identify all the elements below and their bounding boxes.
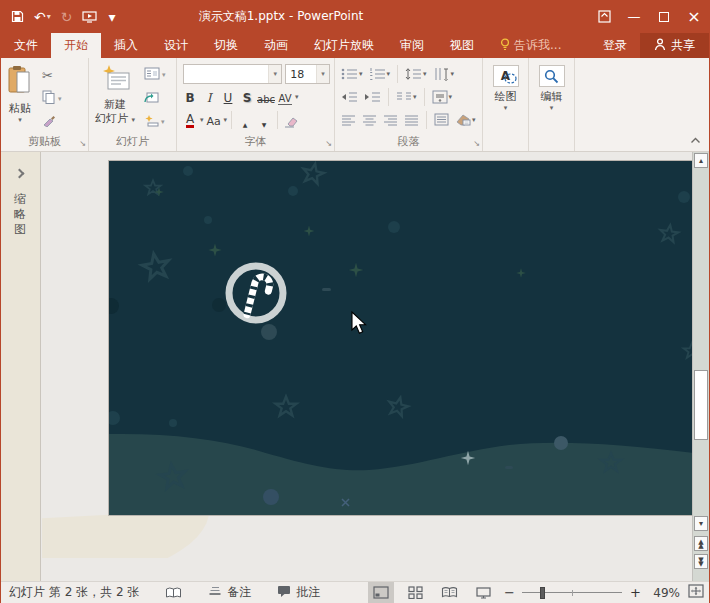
reading-view-button[interactable] <box>436 582 462 603</box>
paste-clipboard-icon <box>7 65 33 99</box>
tab-insert[interactable]: 插入 <box>101 33 151 58</box>
fit-to-window-icon[interactable] <box>688 584 704 601</box>
zoom-percentage[interactable]: 49% <box>648 586 680 600</box>
ribbon-display-options-icon[interactable] <box>589 0 619 33</box>
tell-me-box[interactable]: 告诉我... <box>487 33 574 58</box>
align-center-button[interactable] <box>360 113 379 127</box>
editing-button[interactable]: 编辑 ▾ <box>535 62 569 135</box>
ribbon-spacer <box>575 58 709 151</box>
slide-canvas[interactable] <box>109 161 694 515</box>
sign-in-button[interactable]: 登录 <box>590 33 640 58</box>
ribbon-tab-row: 文件 开始 插入 设计 切换 动画 幻灯片放映 审阅 视图 告诉我... 登录 … <box>1 33 709 58</box>
cut-button[interactable]: ✂ <box>39 64 65 86</box>
format-painter-button[interactable] <box>39 111 65 133</box>
close-button[interactable]: × <box>679 0 709 33</box>
layout-icon <box>144 67 160 83</box>
distribute-button[interactable] <box>432 112 451 127</box>
increase-indent-button[interactable] <box>362 90 383 104</box>
previous-slide-button[interactable]: ▲▲ <box>694 536 708 551</box>
slideshow-view-button[interactable] <box>470 582 496 603</box>
tab-view[interactable]: 视图 <box>437 33 487 58</box>
line-spacing-button[interactable]: ▾ <box>403 66 429 82</box>
next-slide-button[interactable]: ▼▼ <box>694 554 708 569</box>
font-color-button[interactable]: A <box>181 110 199 129</box>
expand-pane-chevron-icon[interactable] <box>15 169 25 179</box>
tab-slideshow[interactable]: 幻灯片放映 <box>301 33 387 58</box>
strikethrough-button[interactable]: abc <box>257 87 275 106</box>
normal-view-button[interactable] <box>368 582 394 603</box>
scroll-down-icon[interactable]: ▾ <box>694 516 708 531</box>
paste-button[interactable]: 粘贴 ▾ <box>3 62 37 135</box>
underline-button[interactable]: U <box>219 87 237 106</box>
change-case-drop[interactable]: ▾ <box>224 116 228 124</box>
zoom-in-button[interactable]: + <box>630 585 640 600</box>
vertical-scrollbar[interactable]: ▴ ▾ ▲▲ ▼▼ <box>692 152 709 581</box>
start-slideshow-icon[interactable] <box>82 11 97 23</box>
clear-formatting-button[interactable] <box>282 110 300 129</box>
character-spacing-button[interactable]: AV <box>276 87 294 106</box>
new-slide-button[interactable]: 新建 幻灯片 ▾ <box>91 62 139 135</box>
reset-button[interactable] <box>141 88 169 110</box>
character-spacing-drop[interactable]: ▾ <box>295 93 299 101</box>
numbering-button[interactable]: ▾ <box>367 66 393 82</box>
tab-animations[interactable]: 动画 <box>251 33 301 58</box>
align-text-button[interactable]: ▾ <box>430 89 455 105</box>
slide-number-indicator[interactable]: 幻灯片 第 2 张，共 2 张 <box>9 584 139 601</box>
font-dialog-launcher[interactable]: ↘ <box>325 139 332 148</box>
share-button[interactable]: 共享 <box>640 33 709 58</box>
slide-sorter-view-button[interactable] <box>402 582 428 603</box>
align-right-button[interactable] <box>381 113 400 127</box>
redo-icon[interactable]: ↻ <box>61 10 73 24</box>
spell-check-icon[interactable] <box>165 586 182 600</box>
slide-artwork <box>109 161 694 515</box>
paragraph-dialog-launcher[interactable]: ↘ <box>473 139 480 148</box>
font-name-combobox[interactable]: ▾ <box>183 64 282 84</box>
text-shadow-button[interactable]: S <box>238 87 256 106</box>
convert-smartart-button[interactable]: ▾ <box>453 112 478 127</box>
decrease-font-size-button[interactable]: ▼ <box>255 110 273 129</box>
copy-icon <box>42 90 56 107</box>
font-color-drop[interactable]: ▾ <box>200 116 204 124</box>
tab-transitions[interactable]: 切换 <box>201 33 251 58</box>
window-controls: — × <box>589 0 709 33</box>
clipboard-dialog-launcher[interactable]: ↘ <box>79 139 86 148</box>
layout-button[interactable]: ▾ <box>141 64 169 86</box>
customize-qat-icon[interactable]: ▾ <box>108 10 115 24</box>
tab-review[interactable]: 审阅 <box>387 33 437 58</box>
italic-button[interactable]: I <box>200 87 218 106</box>
thumbnail-pane-collapsed[interactable]: 缩略图 <box>1 152 41 581</box>
reset-icon <box>144 91 159 107</box>
find-icon <box>539 65 565 87</box>
change-case-button[interactable]: Aa <box>205 110 223 129</box>
copy-button[interactable]: ▾ <box>39 88 65 110</box>
zoom-slider-thumb[interactable] <box>540 587 545 599</box>
comments-toggle[interactable]: 批注 <box>277 584 320 601</box>
tab-file[interactable]: 文件 <box>1 33 51 58</box>
tab-home[interactable]: 开始 <box>51 33 101 58</box>
decrease-indent-button[interactable] <box>339 90 360 104</box>
bullets-button[interactable]: ▾ <box>339 66 365 82</box>
tab-design[interactable]: 设计 <box>151 33 201 58</box>
drawing-button[interactable]: A 绘图 ▾ <box>489 62 523 135</box>
font-group: ▾ 18▾ B I U S abc AV ▾ A ▾ Aa ▾ <box>177 58 335 151</box>
justify-button[interactable] <box>402 113 421 127</box>
vertical-scroll-thumb[interactable] <box>694 370 708 440</box>
font-size-combobox[interactable]: 18▾ <box>285 64 330 84</box>
align-left-button[interactable] <box>339 113 358 127</box>
zoom-slider[interactable] <box>522 582 622 603</box>
slide-workspace: ◂ ▸ <box>42 152 694 558</box>
zoom-out-button[interactable]: − <box>504 585 514 600</box>
text-direction-button[interactable]: ▾ <box>431 66 457 82</box>
maximize-button[interactable] <box>649 0 679 33</box>
columns-button[interactable]: ▾ <box>394 90 419 104</box>
minimize-button[interactable]: — <box>619 0 649 33</box>
bold-button[interactable]: B <box>181 87 199 106</box>
increase-font-size-button[interactable]: ▲ <box>236 110 254 129</box>
save-icon[interactable] <box>11 10 24 23</box>
collapse-ribbon-icon[interactable] <box>690 133 701 147</box>
scroll-up-icon[interactable]: ▴ <box>694 153 708 168</box>
notes-toggle[interactable]: 备注 <box>208 584 251 601</box>
section-button[interactable]: ▾ <box>141 111 169 133</box>
undo-icon[interactable]: ↶▾ <box>34 10 51 24</box>
thumbnail-pane-label: 缩略图 <box>14 192 28 237</box>
